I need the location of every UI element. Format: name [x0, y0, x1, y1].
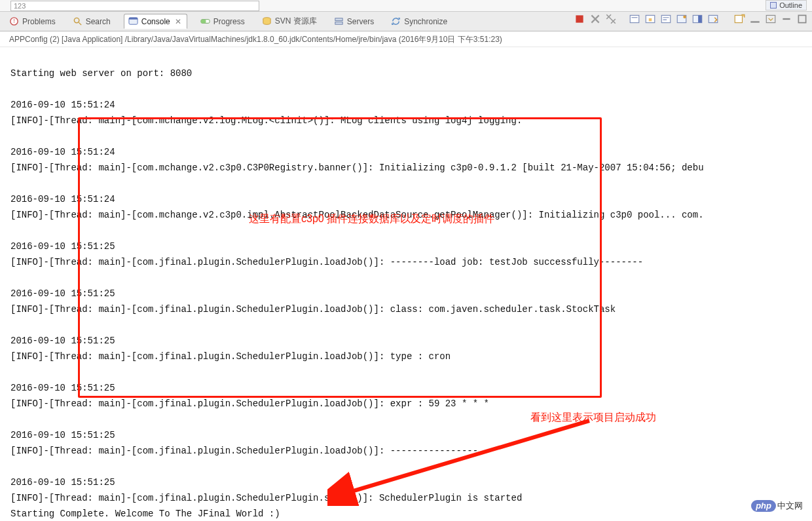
svg-rect-20: [698, 15, 702, 22]
annotation-text-2: 看到这里表示项目启动成功: [530, 410, 656, 425]
tab-label: Servers: [347, 17, 374, 26]
tab-label: Console: [141, 17, 170, 26]
display-selected-button[interactable]: [692, 13, 703, 25]
search-icon: [73, 16, 83, 26]
minimize-button[interactable]: [749, 13, 761, 25]
drop-down-button[interactable]: [765, 13, 777, 25]
tab-progress[interactable]: Progress: [196, 14, 249, 28]
new-console-button[interactable]: [733, 13, 745, 25]
console-toolbar: [574, 13, 808, 25]
problems-icon: !: [9, 16, 19, 26]
tab-synchronize[interactable]: Synchronize: [387, 14, 451, 28]
svg-line-27: [347, 421, 589, 493]
expression-input[interactable]: [10, 1, 259, 11]
tab-label: Problems: [22, 17, 56, 26]
tab-console[interactable]: Console ✕: [124, 14, 187, 29]
svg-rect-22: [735, 15, 742, 22]
svg-rect-5: [129, 18, 138, 20]
watermark-pill: php: [751, 500, 776, 512]
svg-rect-24: [766, 15, 775, 22]
svg-rect-10: [335, 22, 342, 24]
remove-all-button[interactable]: [605, 13, 617, 25]
launch-info-bar: APPConfig (2) [Java Application] /Librar…: [0, 31, 812, 47]
svg-rect-16: [661, 15, 671, 22]
maximize-view-button[interactable]: [796, 13, 808, 25]
svg-rect-23: [750, 21, 760, 22]
outline-view-tab[interactable]: Outline: [766, 0, 807, 10]
svg-rect-15: [649, 18, 652, 22]
svg-point-18: [683, 15, 686, 18]
word-wrap-button[interactable]: [660, 13, 672, 25]
svg-rect-7: [201, 20, 206, 24]
svg-rect-12: [630, 15, 639, 22]
terminate-button[interactable]: [574, 13, 585, 25]
watermark-badge: php 中文网: [751, 500, 803, 512]
watermark-text: 中文网: [777, 500, 803, 512]
progress-icon: [200, 16, 210, 26]
console-output[interactable]: Starting web server on port: 8080 2016-0…: [0, 47, 812, 521]
outline-icon: [770, 2, 777, 9]
svg-point-2: [74, 18, 79, 23]
tab-problems[interactable]: ! Problems: [5, 14, 60, 28]
svg-rect-11: [576, 15, 583, 22]
tab-servers[interactable]: Servers: [330, 14, 378, 28]
console-icon: [128, 16, 138, 26]
clear-console-button[interactable]: [629, 13, 640, 25]
launch-info-text: APPConfig (2) [Java Application] /Librar…: [9, 35, 502, 44]
servers-icon: [334, 16, 344, 26]
svg-line-3: [79, 22, 81, 25]
tab-search[interactable]: Search: [69, 14, 115, 28]
sync-icon: [391, 16, 401, 26]
svg-text:!: !: [13, 18, 14, 24]
tab-label: SVN 资源库: [275, 16, 317, 27]
remove-terminated-button[interactable]: [589, 13, 601, 25]
console-text: Starting web server on port: 8080 2016-0…: [10, 68, 704, 519]
svn-icon: [262, 16, 272, 26]
tab-label: Progress: [213, 17, 245, 26]
pin-console-button[interactable]: [676, 13, 688, 25]
tab-svn[interactable]: SVN 资源库: [258, 14, 321, 29]
svg-rect-25: [783, 18, 790, 20]
tab-label: Search: [86, 17, 111, 26]
svg-rect-26: [798, 15, 805, 22]
tab-label: Synchronize: [404, 17, 447, 26]
open-console-button[interactable]: [707, 13, 719, 25]
svg-rect-9: [335, 18, 342, 21]
scroll-lock-button[interactable]: [644, 13, 656, 25]
annotation-arrow: [327, 414, 602, 506]
close-icon[interactable]: ✕: [174, 17, 183, 26]
views-tab-bar: ! Problems Search Console ✕ Progress SVN…: [0, 12, 812, 31]
minimize-view-button[interactable]: [781, 13, 792, 25]
outline-label: Outline: [779, 1, 802, 9]
cropped-top-bar: Outline: [0, 0, 812, 12]
